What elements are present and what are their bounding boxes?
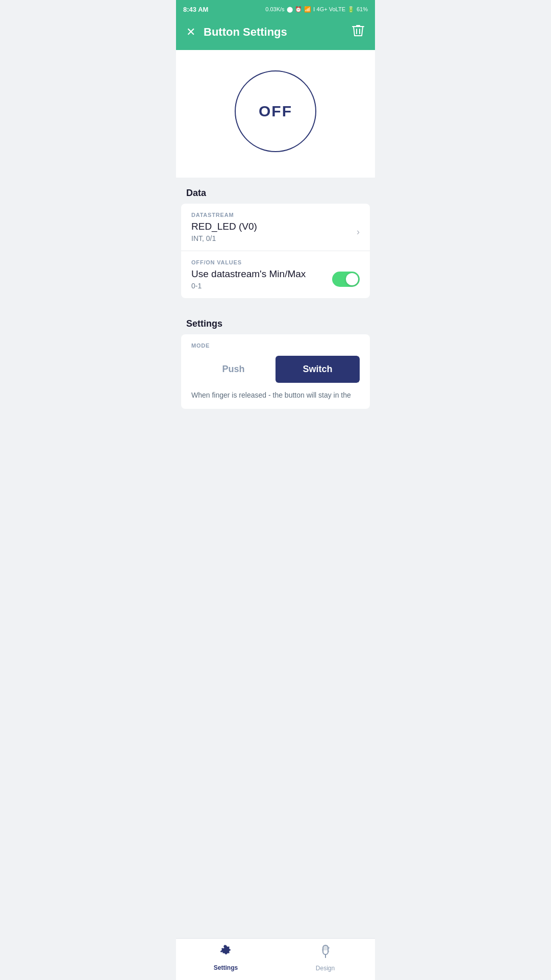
svg-point-5 (328, 951, 329, 952)
offon-row-content: Use datastream's Min/Max 0-1 (191, 268, 360, 290)
mode-card: MODE Push Switch When finger is released… (181, 334, 370, 409)
content: Data DATASTREAM RED_LED (V0) INT, 0/1 › … (176, 178, 375, 460)
signal-icon: Ⅰ (313, 6, 315, 13)
bluetooth-icon: ⬤ (287, 6, 293, 13)
offon-sub: 0-1 (191, 282, 306, 290)
datastream-card: DATASTREAM RED_LED (V0) INT, 0/1 › OFF/O… (181, 204, 370, 298)
nav-settings[interactable]: Settings (206, 944, 246, 971)
network-speed: 0.03K/s (265, 6, 284, 12)
status-icons: 0.03K/s ⬤ ⏰ 📶 Ⅰ 4G+ VoLTE 🔋 61% (265, 6, 368, 13)
close-icon[interactable]: ✕ (186, 26, 195, 39)
data-section: Data DATASTREAM RED_LED (V0) INT, 0/1 › … (176, 178, 375, 298)
datastream-row-content: RED_LED (V0) INT, 0/1 › (191, 221, 360, 242)
wifi-icon: 📶 (304, 6, 311, 13)
nav-design[interactable]: Design (305, 944, 346, 972)
datastream-sub: INT, 0/1 (191, 234, 257, 242)
nav-design-label: Design (316, 965, 335, 972)
datastream-info: RED_LED (V0) INT, 0/1 (191, 221, 257, 242)
svg-point-4 (328, 947, 330, 949)
design-icon (318, 944, 333, 963)
minmax-toggle[interactable] (332, 272, 360, 287)
header-title: Button Settings (204, 26, 287, 39)
bottom-nav: Settings Design (176, 938, 375, 980)
mode-description: When finger is released - the button wil… (191, 390, 360, 401)
off-label: OFF (259, 103, 292, 120)
offon-label: OFF/ON VALUES (191, 259, 360, 265)
offon-row: OFF/ON VALUES Use datastream's Min/Max 0… (181, 251, 370, 298)
header-left: ✕ Button Settings (186, 26, 287, 39)
chevron-right-icon: › (357, 227, 360, 237)
trash-icon[interactable] (352, 23, 365, 41)
svg-point-6 (321, 949, 323, 951)
mode-label: MODE (191, 342, 360, 349)
svg-rect-3 (323, 945, 328, 950)
bottom-spacer (176, 409, 375, 460)
header: ✕ Button Settings (176, 18, 375, 50)
nav-settings-label: Settings (214, 964, 238, 971)
battery-icon: 🔋 (347, 6, 355, 13)
settings-section: Settings MODE Push Switch When finger is… (176, 308, 375, 409)
push-mode-button[interactable]: Push (191, 356, 276, 383)
battery-level: 61% (357, 6, 368, 12)
datastream-label: DATASTREAM (191, 212, 360, 218)
button-display-area[interactable]: OFF (176, 50, 375, 178)
alarm-icon: ⏰ (295, 6, 302, 13)
toggle-slider (332, 272, 360, 287)
settings-section-title: Settings (176, 308, 375, 334)
status-bar: 8:43 AM 0.03K/s ⬤ ⏰ 📶 Ⅰ 4G+ VoLTE 🔋 61% (176, 0, 375, 18)
status-time: 8:43 AM (183, 6, 208, 13)
datastream-value: RED_LED (V0) (191, 221, 257, 232)
offon-info: Use datastream's Min/Max 0-1 (191, 268, 306, 290)
settings-icon (219, 944, 233, 962)
datastream-row[interactable]: DATASTREAM RED_LED (V0) INT, 0/1 › (181, 204, 370, 251)
switch-mode-button[interactable]: Switch (276, 356, 360, 383)
network-type: 4G+ VoLTE (317, 6, 345, 12)
off-circle[interactable]: OFF (235, 70, 316, 152)
offon-value: Use datastream's Min/Max (191, 268, 306, 280)
mode-buttons: Push Switch (191, 356, 360, 383)
data-section-title: Data (176, 178, 375, 204)
